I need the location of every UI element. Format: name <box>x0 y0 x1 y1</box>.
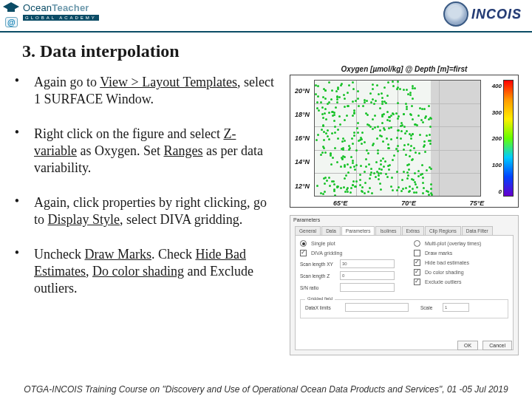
tab-extras[interactable]: Extras <box>402 226 424 235</box>
xtick: 75°E <box>470 200 485 207</box>
colorbar <box>503 80 514 197</box>
chk-diva[interactable] <box>300 250 307 256</box>
radio-single[interactable] <box>300 240 307 247</box>
ytick: 18°N <box>295 111 310 118</box>
dialog-tabs: General Data Parameters Isolines Extras … <box>290 216 518 235</box>
chk-color[interactable] <box>414 269 420 276</box>
colorbar-tick: 300 <box>492 109 502 115</box>
logo-incois: INCOIS <box>443 1 522 27</box>
figure-area: Oxygen [µmol/kg] @ Depth [m]=first 20°N … <box>290 65 519 355</box>
chk-exclude[interactable] <box>414 279 420 285</box>
tab-isolines[interactable]: Isolines <box>375 226 400 235</box>
chk-hide[interactable] <box>414 259 420 266</box>
ytick: 16°N <box>295 134 310 142</box>
tab-general[interactable]: General <box>295 226 321 235</box>
plot-axes <box>314 80 481 197</box>
field-sn[interactable] <box>340 283 395 292</box>
bullet-list: • Again go to View > Layout Templates, s… <box>13 74 276 315</box>
slide-footer: OTGA-INCOIS Training Course on "Discover… <box>0 384 532 395</box>
colorbar-tick: 200 <box>492 135 502 142</box>
dialog-title: Parameters <box>293 217 320 222</box>
field-datax[interactable] <box>345 303 409 312</box>
colorbar-tick: 0 <box>499 188 502 194</box>
field-scale[interactable]: 1 <box>443 303 469 312</box>
xtick: 70°E <box>401 200 416 207</box>
bullet-text: Uncheck Draw Marks. Check Hide Bad Estim… <box>34 246 276 297</box>
properties-dialog: Parameters General Data Parameters Isoli… <box>290 215 519 355</box>
xtick: 65°E <box>333 200 348 207</box>
incois-label: INCOIS <box>471 7 522 22</box>
bullet-text: Again, click properties by right clickin… <box>34 194 276 228</box>
dialog-panel: Single plot DIVA gridding Scan length XY… <box>295 235 514 350</box>
globe-icon <box>443 1 468 27</box>
bullet-item: • Uncheck Draw Marks. Check Hide Bad Est… <box>13 246 276 297</box>
colorbar-tick: 400 <box>492 83 502 89</box>
radio-row[interactable]: Single plot <box>300 240 395 247</box>
cancel-button[interactable]: Cancel <box>482 341 512 350</box>
tab-parameters[interactable]: Parameters <box>341 226 375 235</box>
svg-rect-1 <box>7 8 15 12</box>
bullet-item: • Right click on the figure and select Z… <box>13 126 276 177</box>
bullet-item: • Again, click properties by right click… <box>13 194 276 228</box>
field-scan-z[interactable]: 0 <box>340 271 395 280</box>
ytick: 12°N <box>295 183 310 190</box>
map-plot: 20°N 18°N 16°N 14°N 12°N 65°E 70°E 75°E … <box>290 75 519 208</box>
ytick: 20°N <box>295 87 310 95</box>
plot-title: Oxygen [µmol/kg] @ Depth [m]=first <box>290 65 519 73</box>
radio-multi[interactable] <box>414 240 420 247</box>
ytick: 14°N <box>295 158 310 166</box>
bullet-item: • Again go to View > Layout Templates, s… <box>13 74 276 108</box>
bullet-marker: • <box>13 246 21 261</box>
bullet-text: Right click on the figure and select Z-v… <box>34 126 276 177</box>
field-scan-xy[interactable]: 30 <box>340 259 395 268</box>
brand-subtitle: GLOBAL ACADEMY <box>23 15 99 21</box>
chk-marks[interactable] <box>414 250 420 256</box>
tab-data[interactable]: Data <box>321 226 341 235</box>
group-gridded: Gridded field DataX limits Scale1 <box>300 299 508 318</box>
bullet-marker: • <box>13 74 21 89</box>
logo-oceanteacher: @ OceanTeacher GLOBAL ACADEMY <box>2 1 99 21</box>
slide-title: 3. Data interpolation <box>22 41 180 61</box>
brand-title: OceanTeacher <box>23 2 99 13</box>
at-badge: @ <box>5 17 18 27</box>
scatter-layer <box>315 81 480 196</box>
bullet-marker: • <box>13 194 21 209</box>
colorbar-tick: 100 <box>492 162 502 168</box>
tab-filter[interactable]: Data Filter <box>462 226 493 235</box>
radio-row[interactable]: Multi-plot (overlay times) <box>414 240 508 247</box>
tab-clip[interactable]: Clip Regions <box>425 226 461 235</box>
ok-button[interactable]: OK <box>457 341 478 350</box>
gradcap-icon: @ <box>2 1 20 16</box>
header-bar: @ OceanTeacher GLOBAL ACADEMY INCOIS <box>0 0 532 33</box>
chk-row[interactable]: DIVA gridding <box>300 250 395 256</box>
bullet-text: Again go to View > Layout Templates, sel… <box>34 74 276 108</box>
bullet-marker: • <box>13 126 21 140</box>
